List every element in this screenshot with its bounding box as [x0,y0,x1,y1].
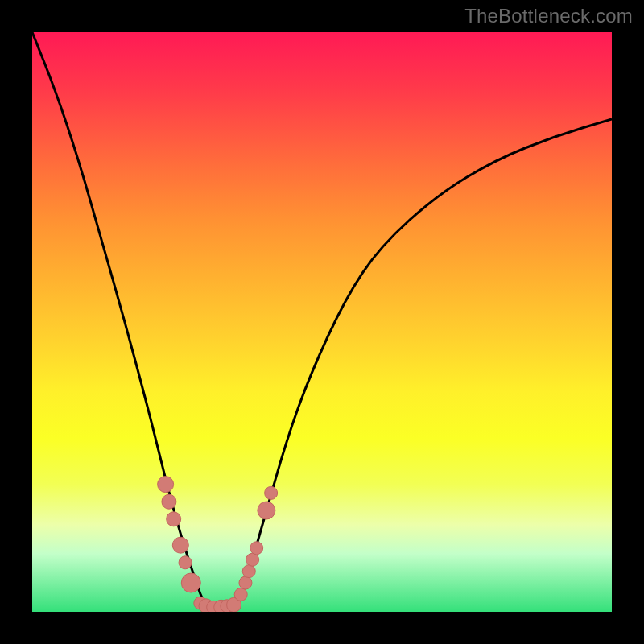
marker-dot [239,576,252,589]
marker-dot [265,486,278,499]
marker-group [158,477,278,612]
chart-svg [32,32,612,612]
chart-frame: TheBottleneck.com [0,0,644,644]
bottleneck-curve [32,32,612,612]
plot-area [32,32,612,612]
marker-dot [162,494,176,509]
marker-dot [246,553,259,566]
marker-dot [234,588,247,601]
marker-dot [158,477,174,493]
marker-dot [172,537,188,553]
watermark-text: TheBottleneck.com [464,5,633,27]
marker-dot [258,502,275,519]
marker-dot [167,512,181,526]
marker-dot [181,573,200,592]
marker-dot [179,556,192,569]
marker-dot [250,542,263,555]
marker-dot [242,565,255,578]
